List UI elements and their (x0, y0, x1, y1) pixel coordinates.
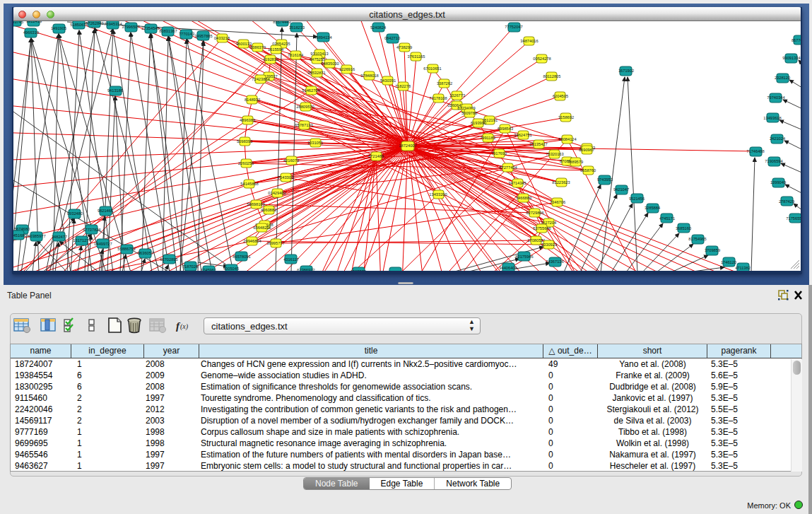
svg-text:72423884: 72423884 (252, 77, 269, 81)
svg-text:5430391: 5430391 (380, 78, 396, 83)
svg-text:4316117: 4316117 (283, 257, 299, 262)
svg-text:4711382: 4711382 (735, 266, 751, 270)
svg-text:74367136: 74367136 (546, 259, 563, 264)
svg-text:28809570: 28809570 (296, 105, 314, 109)
svg-text:97848018: 97848018 (360, 74, 378, 78)
svg-text:9912419: 9912419 (26, 21, 42, 23)
svg-text:71746488: 71746488 (746, 149, 764, 153)
svg-text:7816184: 7816184 (288, 53, 303, 57)
svg-text:1745961: 1745961 (201, 268, 216, 271)
svg-text:55698169: 55698169 (247, 202, 264, 206)
svg-text:7193745: 7193745 (13, 21, 23, 24)
svg-text:4896383: 4896383 (240, 118, 255, 122)
svg-text:1746120: 1746120 (721, 260, 736, 264)
svg-text:2421024: 2421024 (770, 136, 785, 141)
svg-text:0330923: 0330923 (541, 243, 557, 247)
svg-text:9636057: 9636057 (138, 251, 153, 255)
svg-text:34624751: 34624751 (514, 133, 531, 137)
svg-text:1399049: 1399049 (770, 180, 786, 185)
svg-text:65787133: 65787133 (295, 123, 312, 127)
svg-text:3518233: 3518233 (289, 25, 305, 30)
svg-text:1969379: 1969379 (351, 269, 366, 271)
svg-text:3709859: 3709859 (705, 248, 720, 252)
svg-text:7991183: 7991183 (480, 136, 495, 140)
svg-text:6998543: 6998543 (498, 127, 513, 131)
svg-text:37996507: 37996507 (122, 25, 139, 29)
svg-text:6658760: 6658760 (580, 168, 596, 173)
svg-text:62702895: 62702895 (160, 257, 177, 262)
svg-text:86578091: 86578091 (233, 255, 250, 259)
svg-text:4192832: 4192832 (263, 57, 278, 62)
svg-text:8386379: 8386379 (250, 45, 266, 49)
svg-text:5466889: 5466889 (516, 196, 531, 200)
svg-text:9821465: 9821465 (98, 209, 113, 213)
svg-text:79740344: 79740344 (767, 95, 784, 100)
svg-text:49894134: 49894134 (314, 35, 331, 40)
svg-text:3747407: 3747407 (388, 270, 404, 271)
svg-text:87277434: 87277434 (499, 165, 517, 170)
svg-text:7889579: 7889579 (567, 160, 583, 164)
svg-text:9413186: 9413186 (107, 88, 123, 93)
svg-text:1031051: 1031051 (307, 141, 323, 145)
svg-text:27354549: 27354549 (141, 26, 159, 30)
svg-text:34714345: 34714345 (508, 181, 526, 185)
svg-text:6690967: 6690967 (579, 148, 594, 152)
svg-text:57262849: 57262849 (86, 21, 103, 25)
svg-text:0433218: 0433218 (214, 36, 230, 40)
svg-text:2328120: 2328120 (775, 76, 790, 80)
svg-text:81223623: 81223623 (552, 180, 570, 185)
svg-text:3387262: 3387262 (437, 81, 452, 86)
svg-text:4966319: 4966319 (23, 30, 39, 35)
svg-text:04499727: 04499727 (94, 242, 112, 246)
svg-text:0932480: 0932480 (67, 211, 83, 216)
svg-text:99091334: 99091334 (782, 56, 800, 60)
svg-text:3685160: 3685160 (676, 226, 691, 230)
svg-text:1615594: 1615594 (268, 47, 283, 52)
svg-text:94406409: 94406409 (499, 266, 517, 270)
svg-text:5098393: 5098393 (237, 139, 252, 144)
svg-text:5009788: 5009788 (461, 111, 477, 115)
svg-text:8677496: 8677496 (792, 38, 801, 42)
svg-text:25135427: 25135427 (529, 142, 547, 146)
svg-text:34957885: 34957885 (194, 34, 212, 38)
svg-text:80831367: 80831367 (159, 29, 177, 33)
svg-text:7543303: 7543303 (278, 175, 293, 180)
svg-text:1326773: 1326773 (449, 93, 465, 98)
svg-text:5240824: 5240824 (370, 25, 386, 30)
svg-text:3285884: 3285884 (645, 206, 660, 210)
svg-text:64835030: 64835030 (321, 62, 339, 66)
svg-text:96532871: 96532871 (307, 71, 325, 75)
svg-text:4216073: 4216073 (283, 158, 299, 163)
svg-text:9521456: 9521456 (629, 197, 645, 201)
svg-text:9743953: 9743953 (597, 177, 613, 182)
svg-text:0842710: 0842710 (384, 36, 400, 40)
svg-text:85574443: 85574443 (273, 21, 290, 24)
svg-text:67737826: 67737826 (83, 228, 100, 232)
svg-text:13493618: 13493618 (763, 116, 781, 120)
svg-text:60385977: 60385977 (28, 234, 45, 238)
svg-text:8721489: 8721489 (368, 154, 384, 158)
svg-text:9600133: 9600133 (236, 42, 252, 46)
svg-text:71756551: 71756551 (786, 216, 801, 221)
svg-text:6204505: 6204505 (553, 94, 568, 98)
svg-text:1491905: 1491905 (51, 26, 66, 30)
svg-text:(x): (x) (180, 322, 189, 331)
svg-text:53755646: 53755646 (533, 226, 551, 230)
svg-text:3482477: 3482477 (52, 235, 67, 239)
svg-text:80112805: 80112805 (543, 74, 561, 78)
svg-text:01429401: 01429401 (268, 191, 286, 195)
svg-text:62729806: 62729806 (526, 211, 543, 215)
svg-text:4060883: 4060883 (261, 208, 276, 212)
svg-text:51462704: 51462704 (302, 88, 319, 93)
svg-text:77752047: 77752047 (505, 25, 522, 29)
svg-text:8148932: 8148932 (245, 98, 260, 102)
svg-text:4745171: 4745171 (659, 216, 675, 221)
svg-text:71906594: 71906594 (765, 159, 782, 163)
svg-text:4738299: 4738299 (396, 45, 412, 49)
svg-text:00524278: 00524278 (533, 57, 551, 61)
svg-text:2260256: 2260256 (238, 161, 254, 165)
svg-text:7770143: 7770143 (179, 32, 194, 36)
svg-text:13433200: 13433200 (429, 192, 447, 197)
svg-text:54145868: 54145868 (240, 182, 258, 186)
svg-text:37631165: 37631165 (408, 54, 425, 59)
